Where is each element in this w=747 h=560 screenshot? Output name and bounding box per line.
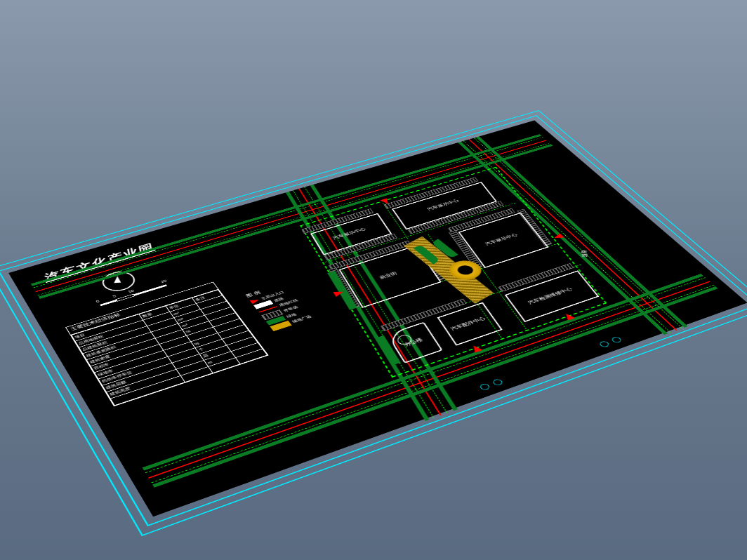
table-row: 建筑高度m bbox=[106, 342, 262, 399]
building-b7 bbox=[387, 322, 443, 364]
legend-label: 停车场 bbox=[282, 305, 299, 313]
viewport-3d[interactable]: 汽车文化产业园 0 5 10 20 主要技术经济指标 项目 bbox=[0, 0, 747, 560]
green-patch bbox=[378, 335, 401, 365]
legend-item: 绿地 bbox=[266, 302, 327, 325]
survey-point-icon bbox=[598, 340, 611, 348]
legend-label: 道路 bbox=[273, 296, 285, 302]
table-row: 建筑层数层 bbox=[103, 337, 258, 392]
legend-swatch-green-icon bbox=[266, 316, 286, 325]
legend-swatch-parking-icon bbox=[261, 309, 283, 320]
table-row: 容积率 bbox=[91, 319, 244, 373]
building-detail-circle bbox=[395, 333, 414, 347]
scale-tick: 20 bbox=[160, 279, 167, 284]
spec-table-header: 主要技术经济指标 bbox=[66, 282, 218, 335]
greenbelt-line bbox=[151, 285, 714, 483]
legend-item: 铺地广场 bbox=[270, 307, 331, 331]
road-label: 道路 bbox=[580, 250, 590, 258]
greenbelt-line bbox=[145, 277, 706, 473]
building-label: 汽车检测维修中心 bbox=[526, 286, 574, 306]
drawing-sheet: 汽车文化产业园 0 5 10 20 主要技术经济指标 项目 bbox=[0, 115, 747, 526]
entrance-arrow-icon bbox=[333, 289, 345, 297]
greenbelt bbox=[143, 274, 703, 470]
legend-swatch-entrance-icon bbox=[250, 298, 260, 305]
table-row bbox=[110, 349, 267, 406]
building-label: 办公楼 bbox=[402, 337, 424, 348]
legend-label: 铺地广场 bbox=[291, 314, 312, 324]
legend-label: 绿地 bbox=[286, 312, 298, 319]
table-row: 建筑基底面积m² bbox=[83, 307, 235, 359]
survey-point-icon bbox=[479, 383, 491, 391]
parking-row bbox=[381, 299, 466, 331]
table-row: 机动车停车位个 bbox=[98, 331, 253, 385]
drawing-area: 汽车文化产业园 0 5 10 20 主要技术经济指标 项目 bbox=[8, 121, 747, 517]
legend-swatch-plaza-icon bbox=[270, 321, 291, 331]
spec-table-body: 项目 数量 单位 备注 总用地面积m² 总建筑面积m² 建筑基底面积m² 建筑密… bbox=[71, 290, 267, 406]
survey-point-icon bbox=[610, 336, 623, 344]
compass-needle-icon bbox=[114, 276, 121, 283]
entrance-arrow-icon bbox=[562, 312, 575, 320]
